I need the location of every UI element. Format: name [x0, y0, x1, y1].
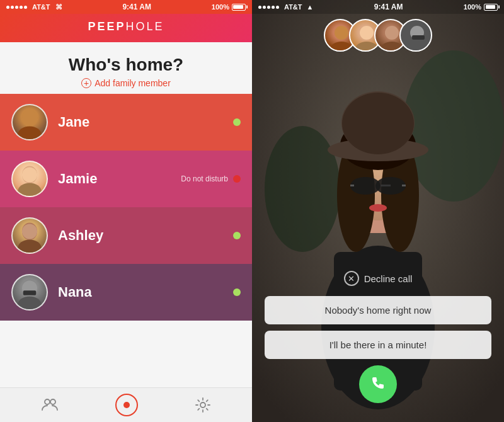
- left-status-right: 100%: [212, 3, 246, 11]
- svg-rect-32: [350, 185, 354, 186]
- svg-point-28: [342, 93, 414, 154]
- decline-row: ✕ Decline call: [265, 271, 491, 286]
- left-status-left: AT&T ⌘: [6, 3, 62, 11]
- svg-point-2: [22, 110, 37, 125]
- left-time: 9:41 AM: [122, 3, 151, 11]
- svg-point-8: [22, 224, 37, 239]
- svg-point-7: [18, 240, 41, 254]
- right-status-bar: AT&T ▲ 9:41 AM 100%: [252, 0, 504, 14]
- member-name-jane: Jane: [58, 114, 233, 130]
- right-battery-icon: [484, 4, 498, 11]
- svg-point-15: [200, 402, 205, 408]
- svg-point-40: [381, 42, 403, 52]
- member-row-jamie[interactable]: Jamie Do not disturb: [0, 151, 252, 207]
- svg-point-39: [385, 26, 399, 40]
- svg-rect-43: [412, 35, 425, 40]
- add-member-label: Add family member: [94, 78, 171, 88]
- avatar-ashley: [11, 217, 48, 254]
- member-name-ashley: Ashley: [58, 227, 233, 244]
- app-header: PEEPHOLE: [0, 14, 252, 42]
- battery-label: 100%: [212, 3, 229, 11]
- carrier-label: AT&T: [32, 3, 50, 11]
- member-row-nana[interactable]: Nana: [0, 264, 252, 321]
- svg-point-4: [18, 183, 41, 197]
- caller-avatar-4: [399, 19, 432, 52]
- page-title: Who's home?: [0, 55, 252, 75]
- svg-point-36: [330, 42, 353, 52]
- svg-point-1: [18, 127, 41, 140]
- battery-icon: [232, 4, 246, 11]
- add-member-button[interactable]: + Add family member: [81, 78, 171, 88]
- right-time: 9:41 AM: [374, 3, 403, 11]
- svg-point-35: [335, 26, 348, 40]
- member-name-jamie: Jamie: [58, 171, 181, 187]
- avatar-nana: [11, 274, 48, 311]
- wifi-icon: ⌘: [55, 3, 62, 11]
- svg-point-14: [50, 399, 55, 404]
- response-nobody-home[interactable]: Nobody's home right now: [265, 296, 491, 324]
- member-list: Jane Jamie Do not disturb: [0, 94, 252, 387]
- right-signal-icon: [258, 6, 279, 9]
- svg-point-17: [403, 50, 504, 202]
- member-row-ashley[interactable]: Ashley: [0, 207, 252, 264]
- tab-bar: [0, 387, 252, 422]
- svg-rect-33: [402, 185, 406, 186]
- svg-point-42: [406, 42, 428, 52]
- right-carrier: AT&T: [284, 3, 302, 11]
- svg-point-5: [22, 167, 37, 182]
- decline-label[interactable]: Decline call: [364, 273, 413, 284]
- tab-record[interactable]: [115, 394, 138, 416]
- accept-call-button[interactable]: [359, 365, 397, 403]
- svg-point-34: [369, 204, 387, 212]
- right-phone: AT&T ▲ 9:41 AM 100%: [252, 0, 504, 422]
- status-dot-jamie: [233, 175, 241, 183]
- status-dot-ashley: [233, 232, 241, 239]
- right-wifi-icon: ▲: [307, 3, 314, 11]
- svg-point-13: [45, 399, 50, 404]
- right-status-right: 100%: [464, 3, 498, 11]
- call-overlay: ✕ Decline call Nobody's home right now I…: [252, 271, 504, 422]
- tab-settings[interactable]: [195, 397, 211, 413]
- response-be-there[interactable]: I'll be there in a minute!: [265, 331, 491, 359]
- app-logo: PEEPHOLE: [0, 20, 252, 33]
- avatar-jamie: [11, 161, 48, 197]
- accept-btn-row: [265, 365, 491, 403]
- right-status-left: AT&T ▲: [258, 3, 313, 11]
- svg-rect-31: [381, 185, 391, 186]
- svg-point-38: [355, 42, 378, 52]
- decline-icon: ✕: [344, 271, 359, 286]
- dnd-label: Do not disturb: [181, 174, 228, 183]
- tab-people[interactable]: [41, 396, 59, 414]
- add-icon: +: [81, 78, 91, 88]
- svg-point-37: [360, 26, 374, 40]
- caller-avatars: [324, 19, 432, 52]
- member-name-nana: Nana: [58, 284, 233, 300]
- signal-icon: [6, 6, 27, 9]
- left-status-bar: AT&T ⌘ 9:41 AM 100%: [0, 0, 252, 14]
- member-row-jane[interactable]: Jane: [0, 94, 252, 151]
- right-battery-label: 100%: [464, 3, 481, 11]
- svg-point-10: [18, 297, 41, 311]
- whos-home-section: Who's home? + Add family member: [0, 42, 252, 94]
- record-dot: [123, 402, 130, 408]
- svg-point-18: [265, 126, 340, 252]
- left-phone: AT&T ⌘ 9:41 AM 100% PEEPHOLE Who's home?…: [0, 0, 252, 422]
- phone-icon: [369, 375, 387, 393]
- svg-rect-12: [23, 290, 36, 295]
- status-dot-jane: [233, 118, 241, 126]
- status-dot-nana: [233, 288, 241, 296]
- avatar-jane: [11, 104, 48, 140]
- record-button[interactable]: [115, 394, 138, 416]
